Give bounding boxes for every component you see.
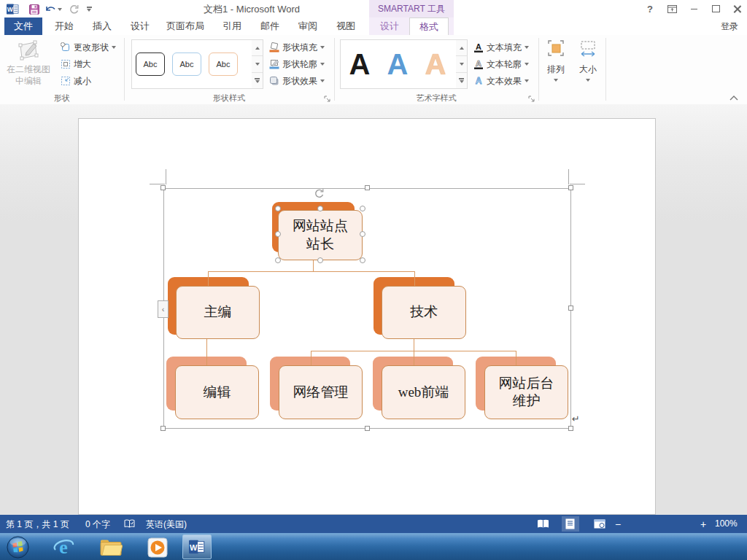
smartart-canvas[interactable]: ‹ 网站站点站长 主编 bbox=[163, 188, 571, 429]
zoom-level[interactable]: 100% bbox=[715, 518, 738, 529]
connector bbox=[208, 271, 209, 286]
shape-outline-label: 形状轮廓 bbox=[282, 58, 317, 71]
redo-button[interactable] bbox=[67, 3, 80, 15]
tab-insert[interactable]: 插入 bbox=[88, 18, 117, 35]
text-fill-button[interactable]: A 文本填充 bbox=[473, 39, 529, 55]
tab-view[interactable]: 视图 bbox=[331, 18, 360, 35]
text-fill-label: 文本填充 bbox=[487, 42, 522, 54]
shape-handle-ne[interactable] bbox=[360, 206, 365, 211]
gallery-up-button[interactable] bbox=[252, 40, 263, 55]
read-mode-button[interactable] bbox=[537, 519, 549, 531]
margin-mark bbox=[570, 184, 585, 184]
sign-in-link[interactable]: 登录 bbox=[721, 20, 738, 33]
tab-design[interactable]: 设计 bbox=[125, 18, 155, 35]
wordart-dialog-launcher[interactable] bbox=[528, 93, 537, 102]
frame-handle-n[interactable] bbox=[365, 185, 370, 190]
arrange-button[interactable]: 排列 bbox=[541, 38, 571, 92]
wordart-option-2[interactable]: A bbox=[379, 41, 417, 88]
restore-button[interactable] bbox=[706, 2, 725, 15]
tab-page-layout[interactable]: 页面布局 bbox=[162, 18, 209, 35]
taskbar-file-explorer[interactable] bbox=[96, 535, 125, 559]
frame-handle-se[interactable] bbox=[568, 426, 573, 431]
language-indicator[interactable]: 英语(美国) bbox=[146, 518, 187, 531]
tab-references[interactable]: 引用 bbox=[217, 18, 247, 35]
shape-outline-button[interactable]: 形状轮廓 bbox=[268, 56, 325, 72]
qat-customize-button[interactable] bbox=[82, 3, 96, 15]
shape-style-option-1[interactable]: Abc bbox=[132, 42, 169, 86]
org-node-box[interactable]: 主编 bbox=[176, 286, 260, 339]
text-outline-button[interactable]: A 文本轮廓 bbox=[473, 56, 529, 72]
gallery-down-button[interactable] bbox=[252, 55, 263, 71]
text-effects-icon: A bbox=[473, 76, 484, 87]
save-button[interactable] bbox=[28, 3, 41, 15]
wordart-group-label: 艺术字样式 bbox=[334, 93, 538, 103]
org-node-box[interactable]: 网站后台维护 bbox=[484, 365, 568, 419]
word-count[interactable]: 0 个字 bbox=[85, 518, 110, 531]
taskbar-word-active[interactable]: W bbox=[182, 534, 212, 559]
frame-handle-sw[interactable] bbox=[160, 426, 166, 431]
shape-styles-dialog-launcher[interactable] bbox=[324, 93, 333, 102]
edit-in-2d-button[interactable]: 在二维视图中编辑 bbox=[4, 38, 53, 92]
rotation-handle[interactable] bbox=[314, 188, 325, 202]
smaller-button[interactable]: 减小 bbox=[60, 73, 91, 89]
gallery-more-button[interactable] bbox=[252, 72, 263, 88]
minimize-button[interactable] bbox=[684, 2, 703, 15]
tab-review[interactable]: 审阅 bbox=[293, 18, 322, 35]
org-node-box[interactable]: 网站站点站长 bbox=[278, 210, 363, 260]
gallery-more-button[interactable] bbox=[456, 72, 467, 88]
org-node-box[interactable]: 编辑 bbox=[175, 365, 259, 419]
org-node-box[interactable]: 技术 bbox=[382, 286, 466, 339]
change-shape-button[interactable]: 更改形状 bbox=[60, 39, 116, 55]
web-layout-button[interactable] bbox=[594, 519, 605, 531]
text-effects-label: 文本效果 bbox=[487, 75, 522, 88]
tab-home[interactable]: 开始 bbox=[50, 18, 79, 35]
frame-handle-s[interactable] bbox=[365, 426, 370, 431]
wordart-option-1[interactable]: A bbox=[341, 41, 379, 88]
print-layout-button[interactable] bbox=[562, 516, 579, 532]
document-area[interactable]: ‹ 网站站点站长 主编 bbox=[0, 104, 747, 515]
shape-handle-w[interactable] bbox=[275, 231, 281, 237]
connector bbox=[414, 351, 414, 365]
shape-handle-e[interactable] bbox=[360, 231, 365, 237]
connector bbox=[313, 260, 314, 272]
shape-handle-n[interactable] bbox=[317, 206, 323, 211]
start-button[interactable] bbox=[4, 535, 31, 559]
frame-handle-nw[interactable] bbox=[160, 185, 166, 190]
tab-smartart-design[interactable]: 设计 bbox=[369, 18, 410, 35]
shape-handle-s[interactable] bbox=[317, 257, 323, 263]
collapse-ribbon-button[interactable] bbox=[729, 90, 738, 104]
taskbar-internet-explorer[interactable]: e bbox=[50, 535, 79, 559]
shape-style-option-3[interactable]: Abc bbox=[205, 42, 241, 86]
zoom-in-button[interactable]: + bbox=[700, 518, 706, 530]
org-node-box[interactable]: web前端 bbox=[382, 365, 465, 419]
text-pane-toggle[interactable]: ‹ bbox=[158, 300, 169, 318]
org-node-box[interactable]: 网络管理 bbox=[279, 365, 363, 419]
tab-mailings[interactable]: 邮件 bbox=[255, 18, 285, 35]
org-node-label: web前端 bbox=[398, 384, 449, 401]
gallery-down-button[interactable] bbox=[456, 55, 467, 71]
shape-style-option-2[interactable]: Abc bbox=[169, 42, 205, 86]
help-button[interactable]: ? bbox=[640, 2, 659, 15]
larger-button[interactable]: 增大 bbox=[60, 56, 91, 72]
page-info[interactable]: 第 1 页，共 1 页 bbox=[6, 518, 69, 531]
folder-icon bbox=[99, 538, 123, 557]
zoom-out-button[interactable]: − bbox=[615, 518, 621, 530]
shape-handle-se[interactable] bbox=[360, 257, 365, 263]
shape-effects-button[interactable]: 形状效果 bbox=[268, 73, 325, 89]
tab-smartart-format[interactable]: 格式 bbox=[409, 18, 449, 35]
taskbar-media-player[interactable] bbox=[143, 535, 172, 559]
text-effects-button[interactable]: A 文本效果 bbox=[473, 73, 529, 89]
tab-file[interactable]: 文件 bbox=[4, 18, 42, 35]
frame-handle-ne[interactable] bbox=[568, 185, 573, 190]
size-button[interactable]: 大小 bbox=[573, 38, 603, 92]
wordart-option-3[interactable]: A bbox=[417, 41, 454, 88]
shape-handle-nw[interactable] bbox=[275, 206, 281, 211]
shape-fill-button[interactable]: 形状填充 bbox=[268, 39, 325, 55]
ribbon-display-options-button[interactable] bbox=[662, 2, 681, 15]
shape-handle-sw[interactable] bbox=[275, 257, 281, 263]
close-button[interactable] bbox=[728, 2, 747, 15]
undo-button[interactable] bbox=[44, 3, 63, 15]
proofing-icon[interactable] bbox=[124, 519, 135, 531]
gallery-up-button[interactable] bbox=[456, 40, 467, 55]
frame-handle-e[interactable] bbox=[568, 306, 573, 311]
